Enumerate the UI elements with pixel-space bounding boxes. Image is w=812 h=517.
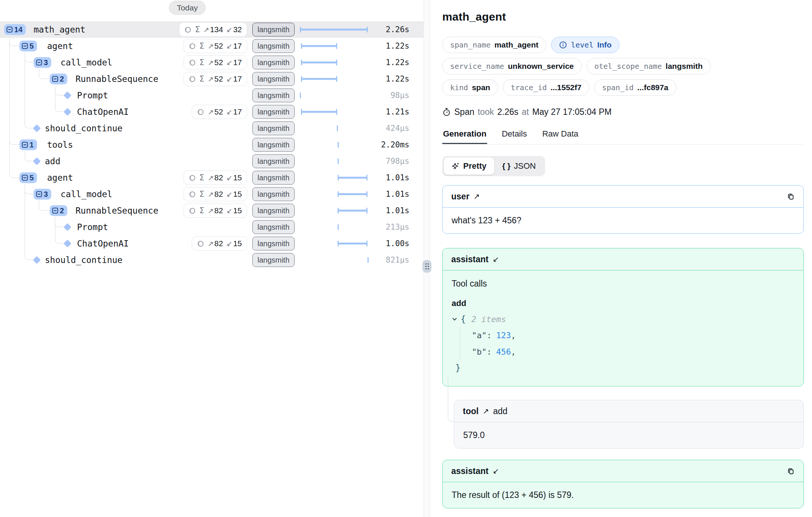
langsmith-tag[interactable]: langsmith [252, 138, 295, 152]
copy-icon [787, 192, 795, 201]
copy-button[interactable] [787, 192, 795, 201]
span-name-pill[interactable]: span_name math_agent [442, 37, 546, 53]
duration-bar [338, 193, 367, 195]
input-tokens: ↗82 [207, 190, 223, 199]
input-tokens: ↗134 [203, 25, 223, 34]
attr-value: math_agent [494, 40, 538, 49]
langsmith-tag[interactable]: langsmith [252, 237, 295, 251]
level-pill[interactable]: level Info [551, 37, 619, 53]
input-tokens: ↗82 [207, 239, 223, 248]
arrow-down-left-icon: ↙ [227, 75, 233, 83]
langsmith-tag[interactable]: langsmith [252, 253, 295, 267]
duration-bar [338, 224, 339, 230]
tree-row-should_continue[interactable]: should_continuelangsmith424µs [0, 120, 424, 137]
duration-label: 1.22s [386, 74, 409, 83]
langsmith-tag[interactable]: langsmith [252, 23, 295, 37]
collapse-badge[interactable]: 3 [34, 189, 51, 200]
role-label: user [451, 192, 470, 202]
langsmith-tag[interactable]: langsmith [252, 155, 295, 168]
tool-result-text: 579.0 [454, 422, 803, 448]
pretty-toggle[interactable]: Pretty [444, 157, 494, 175]
tree-row-ChatOpenAI[interactable]: ChatOpenAI↗82↙15langsmith1.00s [0, 235, 424, 252]
arrow-down-left-icon: ↙ [227, 25, 233, 34]
tool-args-json: { 2 items "a": 123 , "b": 456 , [452, 313, 794, 374]
collapse-badge[interactable]: 2 [50, 74, 67, 85]
langsmith-tag[interactable]: langsmith [252, 39, 295, 53]
tree-row-call_model[interactable]: 3call_modelΣ↗82↙15langsmith1.01s [0, 186, 424, 202]
sparkles-icon [452, 162, 460, 170]
langsmith-tag[interactable]: langsmith [252, 187, 295, 201]
langsmith-tag[interactable]: langsmith [252, 72, 295, 86]
tab-generation[interactable]: Generation [442, 127, 487, 144]
copy-button[interactable] [787, 467, 795, 475]
token-stats-pill: Σ↗82↙15 [184, 187, 247, 201]
minus-square-icon [22, 142, 28, 148]
kind-pill[interactable]: kind span [442, 79, 498, 96]
langsmith-tag[interactable]: langsmith [252, 89, 295, 103]
span-detail-panel: math_agent span_name math_agent level In… [430, 0, 812, 517]
tree-row-RunnableSequence[interactable]: 2RunnableSequenceΣ↗82↙15langsmith1.01s [0, 202, 424, 219]
pretty-label: Pretty [463, 161, 486, 171]
span-label: RunnableSequence [76, 206, 159, 215]
arg-value: 456 [496, 347, 511, 357]
collapse-badge[interactable]: 1 [19, 140, 37, 150]
chevron-down-icon[interactable] [452, 316, 458, 322]
panel-divider [424, 0, 430, 517]
diamond-icon [64, 91, 71, 99]
date-filter-pill[interactable]: Today [169, 1, 206, 15]
child-count: 2 [60, 207, 64, 215]
arg-key: "b": [472, 347, 492, 357]
tree-row-Prompt[interactable]: Promptlangsmith98µs [0, 87, 424, 104]
meta-word: at [522, 107, 529, 117]
arrow-down-left-icon: ↙ [227, 239, 233, 248]
tree-row-math_agent[interactable]: 14math_agentΣ↗134↙32langsmith2.26s [0, 21, 424, 38]
arrow-up-right-icon: ↗ [207, 58, 213, 67]
input-tokens: ↗52 [207, 107, 223, 116]
langsmith-tag[interactable]: langsmith [252, 220, 295, 234]
tree-row-agent[interactable]: 5agentΣ↗52↙17langsmith1.22s [0, 38, 424, 54]
tree-row-agent[interactable]: 5agentΣ↗82↙15langsmith1.01s [0, 169, 424, 186]
arrow-up-right-icon: ↗ [474, 192, 480, 201]
langsmith-tag[interactable]: langsmith [252, 105, 295, 119]
otel-scope-pill[interactable]: otel_scope_name langsmith [587, 58, 711, 74]
tab-details[interactable]: Details [501, 127, 528, 144]
assistant-final-card: assistant ↙ The result of (123 + 456) is… [442, 460, 804, 508]
tree-row-Prompt[interactable]: Promptlangsmith213µs [0, 219, 424, 235]
tree-row-add[interactable]: addlangsmith798µs [0, 153, 424, 169]
attr-value: langsmith [665, 62, 702, 71]
tree-row-call_model[interactable]: 3call_modelΣ↗52↙17langsmith1.22s [0, 54, 424, 71]
tab-raw-data[interactable]: Raw Data [541, 127, 579, 144]
collapse-badge[interactable]: 2 [50, 205, 67, 216]
json-toggle[interactable]: { } JSON [494, 157, 544, 175]
arrow-up-right-icon: ↗ [483, 407, 489, 416]
langsmith-tag[interactable]: langsmith [252, 56, 295, 70]
tree-row-tools[interactable]: 1toolslangsmith2.20ms [0, 137, 424, 153]
collapse-badge[interactable]: 5 [19, 172, 37, 183]
role-label: tool [463, 406, 479, 416]
collapse-badge[interactable]: 14 [4, 24, 26, 35]
trace-id-pill[interactable]: trace_id ...1552f7 [503, 79, 589, 96]
span-duration: 2.26s [497, 107, 518, 117]
braces-icon: { } [502, 162, 510, 171]
tree-row-RunnableSequence[interactable]: 2RunnableSequenceΣ↗52↙17langsmith1.22s [0, 71, 424, 87]
span-id-pill[interactable]: span_id ...fc897a [594, 79, 676, 96]
tree-row-should_continue[interactable]: should_continuelangsmith821µs [0, 252, 424, 268]
view-format-toggle: Pretty { } JSON [442, 156, 545, 176]
langsmith-tag[interactable]: langsmith [252, 122, 295, 135]
service-name-pill[interactable]: service_name unknown_service [442, 58, 582, 74]
token-stats-pill: Σ↗52↙17 [184, 55, 247, 70]
child-count: 5 [30, 42, 34, 51]
sigma-icon: Σ [199, 190, 204, 199]
collapse-badge[interactable]: 3 [34, 57, 51, 68]
span-label: RunnableSequence [76, 74, 159, 84]
json-arg-row: "b": 456 , [472, 343, 794, 360]
duration-label: 1.01s [386, 190, 409, 199]
langsmith-tag[interactable]: langsmith [252, 171, 295, 185]
langsmith-tag[interactable]: langsmith [252, 204, 295, 218]
collapse-badge[interactable]: 5 [19, 41, 37, 52]
arrow-up-right-icon: ↗ [207, 239, 213, 248]
duration-label: 1.01s [386, 173, 409, 182]
duration-bar [338, 142, 339, 148]
tree-row-ChatOpenAI[interactable]: ChatOpenAI↗52↙17langsmith1.21s [0, 104, 424, 120]
span-label: call_model [61, 58, 112, 67]
